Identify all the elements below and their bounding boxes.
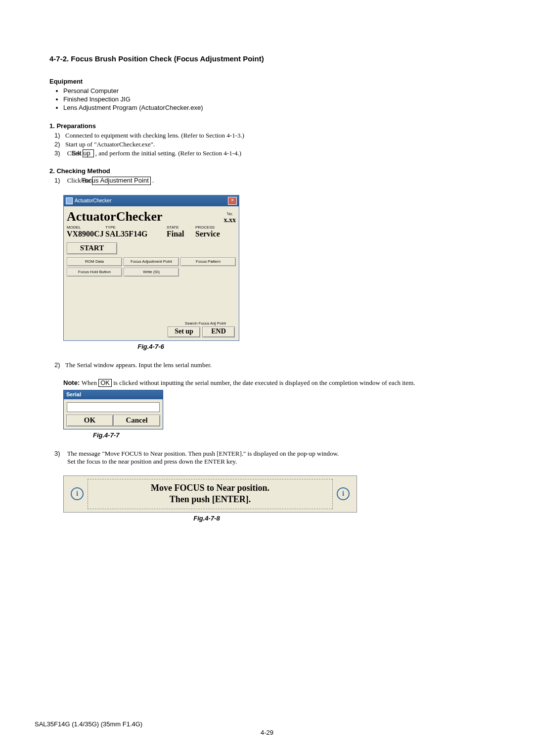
checking-list-cont2: The message "Move FOCUS to Near position… (49, 450, 485, 466)
rom-data-button[interactable]: ROM Data (67, 257, 122, 266)
list-item: Start up of "ActuatorChecker.exe". (54, 141, 485, 148)
figure-caption-476: Fig.4-7-6 (63, 343, 238, 350)
setup-ref-box: Set up (83, 149, 93, 157)
checking-method-heading: 2. Checking Method (49, 167, 485, 175)
page-number: 4-29 (35, 729, 499, 736)
info-icon: i (71, 487, 84, 500)
serial-dialog: Serial OK Cancel (63, 390, 163, 429)
list-item: Connected to equipment with checking len… (54, 132, 485, 140)
list-item: Finished Inspection JIG (63, 95, 485, 103)
window-titlebar: ActuatorChecker × (64, 195, 239, 206)
state-label: STATE (167, 225, 192, 230)
popup-message: i Move FOCUS to Near position. Then push… (63, 475, 357, 513)
write-si-button[interactable]: Write (SI) (124, 268, 179, 277)
cancel-button[interactable]: Cancel (113, 415, 160, 426)
process-value: Service (195, 230, 230, 238)
serial-input[interactable] (67, 402, 160, 412)
ok-button[interactable]: OK (66, 415, 113, 426)
setup-button[interactable]: Set up (168, 327, 200, 337)
end-button[interactable]: END (202, 327, 235, 337)
list-item: The message "Move FOCUS to Near position… (54, 450, 485, 466)
actuator-checker-window: ActuatorChecker × ActuatorChecker Ver. x… (63, 195, 239, 341)
version-value: x.xx (224, 216, 236, 224)
state-value: Final (167, 230, 192, 238)
equipment-heading: Equipment (49, 78, 485, 85)
serial-titlebar: Serial (64, 390, 163, 399)
version-label: Ver. (224, 212, 236, 216)
preparations-list: Connected to equipment with checking len… (49, 132, 485, 157)
window-title: ActuatorChecker (75, 198, 228, 203)
close-icon[interactable]: × (228, 197, 237, 205)
footer-model: SAL35F14G (1.4/35G) (35mm F1.4G) (35, 720, 499, 728)
checking-list-cont: The Serial window appears. Input the len… (49, 361, 485, 369)
list-item: The Serial window appears. Input the len… (54, 361, 485, 369)
app-title: ActuatorChecker (67, 209, 224, 224)
figure-caption-478: Fig.4-7-8 (63, 515, 350, 522)
start-button[interactable]: START (67, 242, 117, 254)
process-label: PROCESS (195, 225, 230, 230)
list-item: Lens Adjustment Program (ActuatorChecker… (63, 104, 485, 111)
focus-adjustment-point-button[interactable]: Focus Adjustment Point (124, 257, 179, 266)
list-item: Click the Focus Adjustment Point . (54, 177, 485, 185)
type-label: TYPE (105, 225, 164, 230)
popup-text: Move FOCUS to Near position. Then push [… (88, 479, 333, 509)
note: Note: When OK is clicked without inputti… (63, 379, 485, 387)
focus-pattern-button[interactable]: Focus Pattern (180, 257, 236, 266)
list-item: Personal Computer (63, 87, 485, 94)
section-title: 4-7-2. Focus Brush Position Check (Focus… (49, 54, 485, 63)
info-icon: i (337, 487, 350, 500)
model-value: VX8900CJ (67, 230, 102, 238)
search-focus-adj-label: Search Focus Adj Point (185, 321, 226, 326)
app-icon (66, 197, 73, 204)
preparations-heading: 1. Preparations (49, 122, 485, 130)
equipment-list: Personal Computer Finished Inspection JI… (49, 87, 485, 111)
ok-ref-box: OK (98, 379, 112, 387)
list-item: Click Set up , and perform the initial s… (54, 149, 485, 157)
focus-hold-button-button[interactable]: Focus Hold Button (67, 268, 122, 277)
checking-list: Click the Focus Adjustment Point . (49, 177, 485, 185)
focus-adj-point-ref-box: Focus Adjustment Point (92, 177, 151, 185)
figure-caption-477: Fig.4-7-7 (93, 431, 133, 439)
model-label: MODEL (67, 225, 102, 230)
type-value: SAL35F14G (105, 230, 164, 238)
